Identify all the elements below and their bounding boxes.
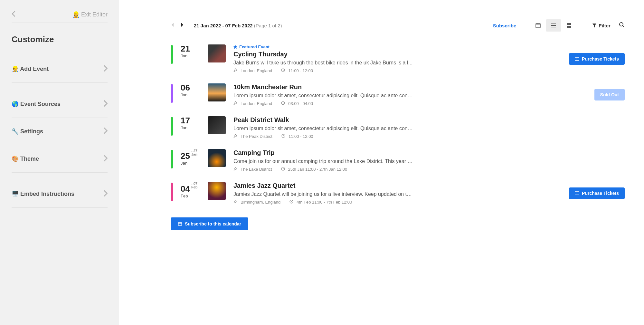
subscribe-link[interactable]: Subscribe — [493, 23, 516, 28]
event-day: 21 — [181, 44, 200, 53]
page-info: (Page 1 of 2) — [254, 23, 282, 28]
event-time: 11:00 - 12:00 — [289, 134, 313, 139]
svg-rect-5 — [551, 25, 556, 26]
chevron-right-icon — [104, 100, 108, 108]
event-month: Jan — [181, 161, 200, 166]
toolbar: 21 Jan 2022 - 07 Feb 2022 (Page 1 of 2) … — [171, 19, 625, 32]
clock-icon — [281, 167, 285, 172]
clock-icon — [289, 200, 293, 205]
subscribe-calendar-button[interactable]: Subscribe to this calendar — [171, 217, 248, 230]
event-date: 21Jan — [181, 44, 200, 58]
filter-button[interactable]: Filter — [592, 23, 611, 28]
event-meta: The Peak District11:00 - 12:00 — [233, 134, 625, 139]
event-description: Lorem ipsum dolor sit amet, consectetur … — [233, 126, 414, 131]
event-title: 10km Manchester Run — [233, 83, 587, 91]
event-description: Jake Burns will take us through the best… — [233, 60, 414, 66]
location-icon — [233, 68, 237, 73]
soldout-label: Sold Out — [600, 92, 619, 97]
chevron-right-icon — [104, 65, 108, 73]
sidebar-item-label: 🎨 Theme — [12, 155, 39, 162]
next-page-button[interactable] — [180, 22, 184, 29]
event-day: 06 — [181, 83, 200, 92]
sidebar-item-label: 🌎 Event Sources — [12, 100, 61, 108]
chevron-right-icon — [104, 190, 108, 198]
sidebar-item-theme[interactable]: 🎨 Theme — [12, 145, 108, 173]
date-range: 21 Jan 2022 - 07 Feb 2022 (Page 1 of 2) — [194, 23, 282, 28]
svg-rect-10 — [569, 26, 571, 28]
event-row[interactable]: 06Jan10km Manchester RunLorem ipsum dolo… — [171, 83, 625, 106]
event-location: London, England — [241, 68, 272, 73]
event-time: 4th Feb 11:00 - 7th Feb 12:00 — [297, 200, 352, 205]
event-thumbnail — [208, 44, 226, 62]
svg-rect-8 — [569, 23, 571, 25]
exit-editor-row[interactable]: 👷 Exit Editor — [12, 6, 108, 23]
event-time: 11:00 - 12:00 — [288, 68, 313, 73]
location-icon — [233, 200, 237, 205]
chevron-right-icon — [104, 128, 108, 135]
event-list: 21JanFeatured EventCycling ThursdayJake … — [171, 44, 625, 205]
event-title: Jamies Jazz Quartet — [233, 182, 561, 189]
event-row[interactable]: 25 - 27JanJanCamping TripCome join us fo… — [171, 149, 625, 172]
sold-out-badge: Sold Out — [594, 89, 625, 100]
view-calendar-button[interactable] — [530, 19, 546, 32]
event-location: The Peak District — [241, 134, 272, 139]
view-list-button[interactable] — [546, 19, 561, 32]
exit-editor-label: 👷 Exit Editor — [72, 11, 108, 18]
view-grid-button[interactable] — [561, 19, 577, 32]
chevron-right-icon — [104, 155, 108, 163]
location-icon — [233, 134, 237, 139]
ticket-icon — [575, 57, 579, 61]
event-title: Camping Trip — [233, 149, 625, 157]
prev-page-button[interactable] — [171, 22, 175, 29]
event-date: 17Jan — [181, 116, 200, 130]
event-color-bar — [171, 150, 173, 168]
sidebar-item-label: 👷 Add Event — [12, 65, 49, 72]
event-title: Peak District Walk — [233, 116, 625, 124]
event-thumbnail — [208, 182, 226, 200]
sidebar-item-add-event[interactable]: 👷 Add Event — [12, 55, 108, 83]
date-end: 07 Feb 2022 — [225, 23, 253, 28]
purchase-tickets-button[interactable]: Purchase Tickets — [569, 187, 625, 199]
event-date: 25 - 27JanJan — [181, 149, 200, 166]
location-icon — [233, 167, 237, 172]
event-meta: Birmingham, England4th Feb 11:00 - 7th F… — [233, 200, 561, 205]
event-description: Jamies Jazz Quartet will be joining us f… — [233, 191, 414, 197]
sidebar: 👷 Exit Editor Customize 👷 Add Event 🌎 Ev… — [0, 0, 119, 325]
event-thumbnail — [208, 149, 226, 167]
sidebar-item-event-sources[interactable]: 🌎 Event Sources — [12, 91, 108, 118]
event-thumbnail — [208, 83, 226, 101]
event-location: London, England — [241, 101, 272, 106]
subscribe-calendar-label: Subscribe to this calendar — [185, 221, 241, 226]
event-body: 10km Manchester RunLorem ipsum dolor sit… — [233, 83, 587, 106]
sidebar-item-settings[interactable]: 🔧 Settings — [12, 118, 108, 145]
svg-rect-14 — [575, 57, 579, 61]
event-color-bar — [171, 84, 173, 103]
featured-label: Featured Event — [239, 44, 270, 49]
event-title: Cycling Thursday — [233, 51, 561, 58]
sidebar-item-embed-instructions[interactable]: 🖥️ Embed Instructions — [12, 180, 108, 208]
event-end-date: - 07Feb — [191, 182, 198, 189]
sidebar-item-label: 🖥️ Embed Instructions — [12, 190, 74, 197]
back-icon[interactable] — [12, 11, 15, 18]
event-month: Jan — [181, 92, 200, 97]
event-description: Come join us for our annual camping trip… — [233, 158, 414, 164]
event-row[interactable]: 04 - 07FebFebJamies Jazz QuartetJamies J… — [171, 182, 625, 205]
event-row[interactable]: 17JanPeak District WalkLorem ipsum dolor… — [171, 116, 625, 139]
event-location: Birmingham, England — [241, 200, 280, 205]
search-button[interactable] — [619, 22, 625, 29]
event-meta: The Lake District25th Jan 11:00 - 27th J… — [233, 167, 625, 172]
event-meta: London, England03:00 - 04:00 — [233, 101, 587, 106]
event-row[interactable]: 21JanFeatured EventCycling ThursdayJake … — [171, 44, 625, 73]
event-date: 04 - 07FebFeb — [181, 182, 200, 198]
event-day: 25 - 27Jan — [181, 149, 200, 160]
location-icon — [233, 101, 237, 106]
event-month: Jan — [181, 53, 200, 58]
event-month: Feb — [181, 194, 200, 198]
event-body: Camping TripCome join us for our annual … — [233, 149, 625, 172]
event-color-bar — [171, 45, 173, 64]
svg-rect-20 — [575, 192, 579, 195]
date-start: 21 Jan 2022 — [194, 23, 221, 28]
event-color-bar — [171, 183, 173, 201]
purchase-tickets-button[interactable]: Purchase Tickets — [569, 53, 625, 65]
customize-heading: Customize — [12, 34, 108, 44]
